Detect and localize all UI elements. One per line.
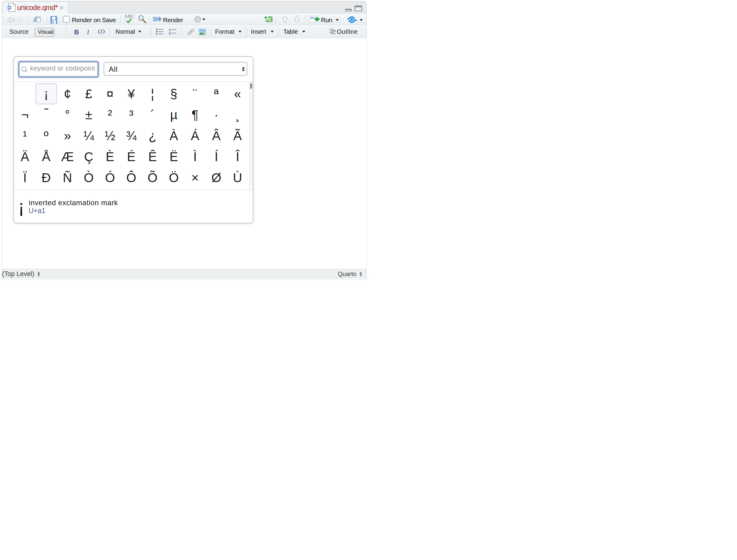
- svg-text:2: 2: [169, 32, 171, 35]
- svg-text:1: 1: [169, 29, 171, 32]
